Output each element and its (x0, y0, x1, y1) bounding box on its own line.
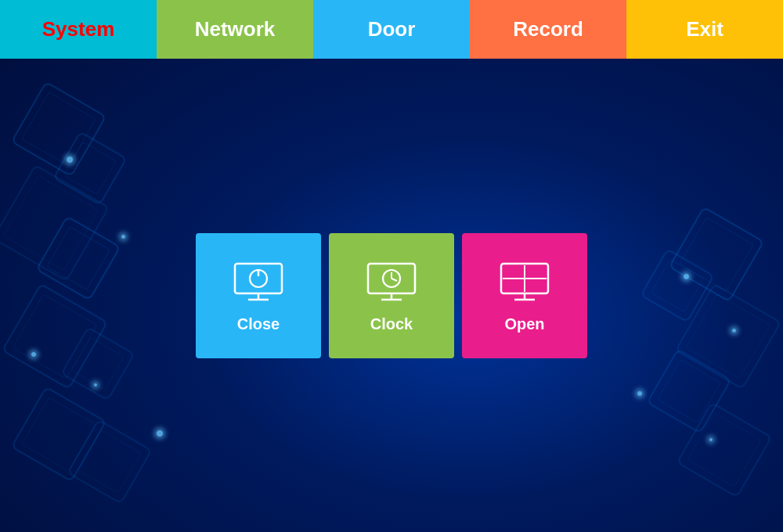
nav-door[interactable]: Door (313, 0, 470, 59)
nav-door-label: Door (368, 17, 416, 41)
nav-record[interactable]: Record (470, 0, 626, 59)
open-card[interactable]: Open (462, 233, 587, 358)
nav-system-label: System (42, 17, 115, 41)
nav-network[interactable]: Network (157, 0, 313, 59)
nav-system[interactable]: System (0, 0, 157, 59)
open-label: Open (504, 315, 544, 333)
content-area: Close Clock (0, 59, 783, 532)
grid-monitor-icon (497, 257, 552, 307)
svg-line-10 (392, 279, 397, 281)
nav-bar: System Network Door Record Exit (0, 0, 783, 59)
cards-row: Close Clock (196, 233, 587, 358)
power-icon (231, 257, 286, 307)
close-card[interactable]: Close (196, 233, 321, 358)
nav-record-label: Record (513, 17, 583, 41)
clock-card[interactable]: Clock (329, 233, 454, 358)
svg-rect-0 (235, 264, 282, 293)
nav-exit[interactable]: Exit (626, 0, 783, 59)
nav-network-label: Network (195, 17, 276, 41)
clock-label: Clock (370, 315, 413, 333)
nav-exit-label: Exit (686, 17, 723, 41)
close-label: Close (237, 315, 280, 333)
clock-monitor-icon (364, 257, 419, 307)
